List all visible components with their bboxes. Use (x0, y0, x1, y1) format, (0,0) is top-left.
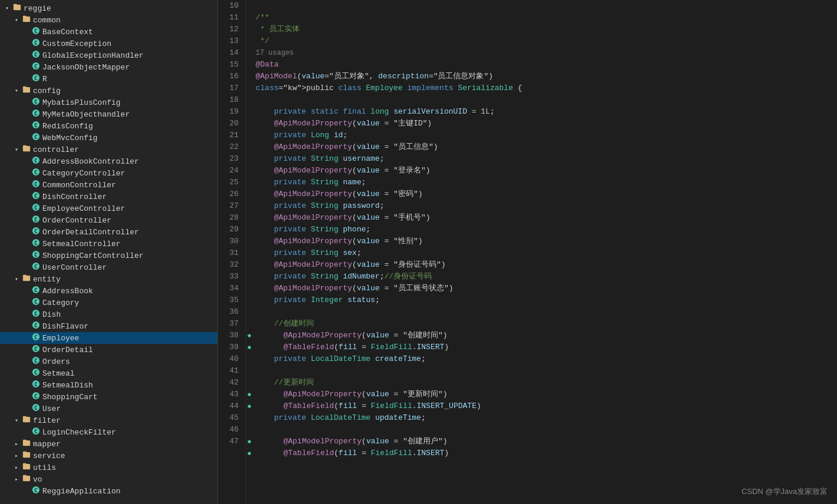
tree-item-RedisConfig[interactable]: CRedisConfig (0, 120, 217, 132)
line-number-10: 10 (223, 0, 239, 12)
tree-label-Setmeal: Setmeal (42, 369, 75, 378)
tree-item-SetmealDish[interactable]: CSetmealDish (0, 379, 217, 391)
tree-item-AddressBook[interactable]: CAddressBook (0, 285, 217, 297)
tree-label-utils: utils (33, 463, 56, 472)
tree-item-LoginCheckFilter[interactable]: CLoginCheckFilter (0, 426, 217, 438)
tree-label-MybatisPlusConfig: MybatisPlusConfig (42, 98, 121, 107)
line-numbers: 1011121314151617181920212223242526272829… (218, 0, 246, 504)
svg-text:C: C (34, 158, 37, 164)
tree-item-MyMetaObjecthandler[interactable]: CMyMetaObjecthandler (0, 108, 217, 120)
tree-icon-JacksonObjectMapper: C (31, 62, 41, 72)
line-number-34: 34 (223, 283, 239, 294)
tree-label-LoginCheckFilter: LoginCheckFilter (42, 428, 116, 437)
line-number-18: 18 (223, 94, 239, 106)
code-line-14: @Data (256, 59, 837, 71)
tree-item-BaseContext[interactable]: CBaseContext (0, 26, 217, 38)
tree-item-Category[interactable]: CCategory (0, 297, 217, 309)
tree-item-SetmealController[interactable]: CSetmealController (0, 238, 217, 250)
code-line-15: @ApiModel(value="员工对象", description="员工信… (256, 71, 837, 82)
tree-item-R[interactable]: CR (0, 73, 217, 85)
tree-item-Setmeal[interactable]: CSetmeal (0, 367, 217, 379)
tree-label-WebMvcConfig: WebMvcConfig (42, 134, 98, 142)
tree-item-service[interactable]: ▸service (0, 450, 217, 462)
tree-item-CommonController[interactable]: CCommonController (0, 179, 217, 191)
tree-item-OrderDetail[interactable]: COrderDetail (0, 344, 217, 356)
tree-item-MybatisPlusConfig[interactable]: CMybatisPlusConfig (0, 97, 217, 108)
tree-item-config[interactable]: ▾config (0, 85, 217, 97)
tree-item-Employee[interactable]: CEmployee (0, 332, 217, 344)
line-number-44: 44 (223, 400, 239, 412)
tree-icon-utils (21, 462, 32, 473)
tree-item-DishController[interactable]: CDishController (0, 191, 217, 203)
code-line-13: */ (256, 35, 837, 47)
code-line-45 (256, 424, 837, 436)
tree-item-reggie[interactable]: ▾reggie (0, 2, 217, 14)
code-content: /** * 员工实体 */17 usages@Data@ApiModel(val… (246, 0, 837, 504)
tree-icon-MybatisPlusConfig: C (31, 97, 41, 108)
tree-item-filter[interactable]: ▾filter (0, 415, 217, 426)
tree-item-Orders[interactable]: COrders (0, 356, 217, 367)
code-line-39: private LocalDateTime createTime; (256, 353, 837, 365)
line-number-24: 24 (223, 165, 239, 177)
tree-item-ShoppingCart[interactable]: CShoppingCart (0, 391, 217, 403)
tree-item-WebMvcConfig[interactable]: CWebMvcConfig (0, 132, 217, 144)
tree-item-User[interactable]: CUser (0, 403, 217, 415)
svg-text:C: C (34, 228, 37, 234)
tree-label-Employee: Employee (42, 334, 79, 343)
tree-item-mapper[interactable]: ▸mapper (0, 438, 217, 450)
gutter-icon-37: ◆ (247, 330, 252, 341)
svg-text:C: C (34, 240, 37, 246)
tree-label-Dish: Dish (42, 310, 61, 319)
tree-item-OrderController[interactable]: COrderController (0, 214, 217, 226)
tree-label-mapper: mapper (33, 440, 61, 449)
tree-item-controller[interactable]: ▾controller (0, 144, 217, 155)
code-line-10 (256, 0, 837, 12)
file-tree[interactable]: ▾reggie▾commonCBaseContextCCustomExcepti… (0, 0, 218, 504)
tree-item-common[interactable]: ▾common (0, 14, 217, 26)
tree-item-GlobalExceptionHandler[interactable]: CGlobalExceptionHandler (0, 49, 217, 61)
tree-icon-OrderController: C (31, 215, 41, 226)
line-number-20: 20 (223, 118, 239, 130)
tree-arrow-service: ▸ (12, 452, 21, 459)
code-line-29: @ApiModelProperty(value = "性别") (256, 236, 837, 247)
tree-item-entity[interactable]: ▾entity (0, 273, 217, 285)
tree-icon-OrderDetailController: C (31, 227, 41, 237)
svg-text:C: C (34, 122, 37, 128)
tree-item-AddressBookController[interactable]: CAddressBookController (0, 155, 217, 167)
tree-item-DishFlavor[interactable]: CDishFlavor (0, 320, 217, 332)
line-number-29: 29 (223, 224, 239, 236)
line-number-12: 12 (223, 24, 239, 35)
tree-icon-GlobalExceptionHandler: C (31, 50, 41, 61)
tree-item-utils[interactable]: ▸utils (0, 462, 217, 473)
code-line-26: private String password; (256, 200, 837, 212)
code-line-22: private String username; (256, 153, 837, 165)
tree-item-UserController[interactable]: CUserController (0, 261, 217, 273)
gutter-icon-38: ◆ (247, 341, 252, 353)
tree-label-EmployeeController: EmployeeController (42, 204, 125, 213)
svg-text:C: C (34, 40, 37, 46)
tree-icon-ReggieApplication: C (31, 486, 41, 496)
tree-item-CustomException[interactable]: CCustomException (0, 38, 217, 49)
tree-label-vo: vo (33, 475, 42, 484)
tree-icon-MyMetaObjecthandler: C (31, 109, 41, 120)
tree-icon-Employee: C (31, 333, 41, 343)
svg-text:C: C (34, 299, 37, 305)
line-number-39: 39 (223, 341, 239, 353)
tree-item-OrderDetailController[interactable]: COrderDetailController (0, 226, 217, 238)
tree-item-CategoryController[interactable]: CCategoryController (0, 167, 217, 179)
tree-item-EmployeeController[interactable]: CEmployeeController (0, 203, 217, 214)
tree-item-Dish[interactable]: CDish (0, 309, 217, 320)
tree-icon-common (21, 15, 32, 25)
tree-item-JacksonObjectMapper[interactable]: CJacksonObjectMapper (0, 61, 217, 73)
tree-item-ReggieApplication[interactable]: CReggieApplication (0, 485, 217, 497)
tree-item-ShoppingCartController[interactable]: CShoppingCartController (0, 250, 217, 261)
code-line-12: * 员工实体 (256, 24, 837, 35)
gutter-icon-43: ◆ (247, 400, 252, 412)
svg-text:C: C (34, 99, 37, 105)
line-number-33: 33 (223, 271, 239, 283)
svg-text:C: C (34, 111, 37, 117)
tree-label-OrderDetailController: OrderDetailController (42, 228, 139, 237)
tree-item-vo[interactable]: ▸vo (0, 473, 217, 485)
svg-text:C: C (34, 28, 37, 34)
line-number-13: 13 (223, 35, 239, 47)
